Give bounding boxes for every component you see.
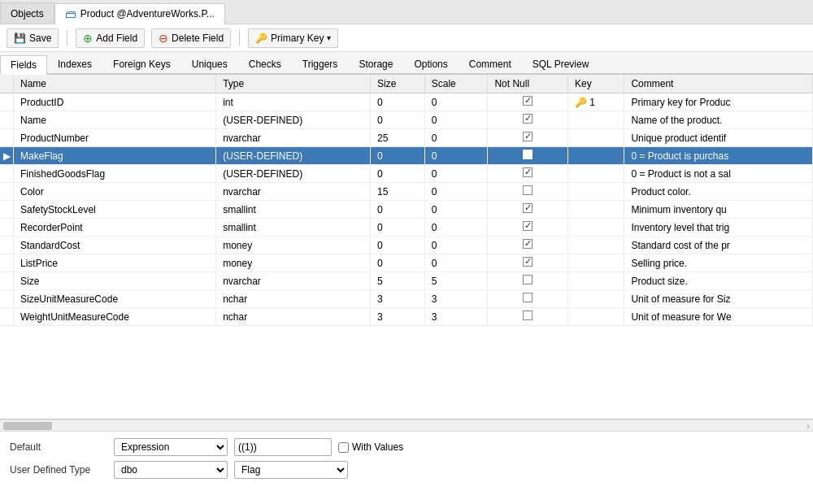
add-field-button[interactable]: ⊕ Add Field: [76, 28, 145, 48]
table-row[interactable]: ProductNumbernvarchar250Unique product i…: [0, 129, 813, 147]
field-not-null[interactable]: [488, 237, 568, 254]
col-comment[interactable]: Comment: [624, 75, 813, 93]
udt-name-select[interactable]: Flag: [234, 461, 348, 479]
field-name[interactable]: SizeUnitMeasureCode: [14, 290, 216, 308]
field-name[interactable]: Name: [14, 111, 216, 129]
with-values-checkbox[interactable]: [338, 442, 349, 453]
field-key: [567, 254, 624, 272]
not-null-checkbox[interactable]: [523, 221, 533, 231]
delete-field-label: Delete Field: [172, 33, 224, 44]
not-null-checkbox[interactable]: [523, 275, 533, 285]
field-name[interactable]: WeightUnitMeasureCode: [14, 308, 216, 326]
not-null-checkbox[interactable]: [523, 311, 533, 320]
field-name[interactable]: FinishedGoodsFlag: [14, 165, 216, 183]
field-not-null[interactable]: [488, 111, 568, 129]
field-not-null[interactable]: [488, 308, 568, 326]
tab-foreign-keys[interactable]: Foreign Keys: [102, 54, 181, 73]
field-type: nchar: [216, 290, 371, 308]
col-name[interactable]: Name: [14, 75, 216, 93]
not-null-checkbox[interactable]: [523, 167, 533, 177]
field-not-null[interactable]: [488, 201, 568, 219]
field-name[interactable]: Color: [14, 183, 216, 201]
col-scale[interactable]: Scale: [424, 75, 488, 93]
field-not-null[interactable]: [488, 165, 568, 183]
field-not-null[interactable]: [488, 183, 568, 201]
field-size: 0: [371, 111, 425, 129]
udt-schema-wrapper[interactable]: dbo: [114, 461, 228, 479]
table-row[interactable]: ▶MakeFlag(USER-DEFINED)000 = Product is …: [0, 147, 813, 165]
field-name[interactable]: ProductID: [14, 93, 216, 111]
tab-uniques[interactable]: Uniques: [181, 54, 238, 73]
fields-table-container[interactable]: Name Type Size Scale Not Null Key Commen…: [0, 75, 813, 419]
col-type[interactable]: Type: [216, 75, 371, 93]
table-row[interactable]: StandardCostmoney00Standard cost of the …: [0, 237, 813, 254]
tab-comment[interactable]: Comment: [459, 54, 522, 73]
table-row[interactable]: SizeUnitMeasureCodenchar33Unit of measur…: [0, 290, 813, 308]
tab-objects[interactable]: Objects: [0, 2, 54, 24]
not-null-checkbox[interactable]: [523, 96, 533, 106]
default-type-wrapper[interactable]: Expression None Value: [114, 438, 228, 456]
table-row[interactable]: RecorderPointsmallint00Inventory level t…: [0, 219, 813, 237]
not-null-checkbox[interactable]: [523, 150, 533, 159]
tab-fields[interactable]: Fields: [0, 55, 47, 75]
field-not-null[interactable]: [488, 290, 568, 308]
tab-indexes[interactable]: Indexes: [47, 54, 102, 73]
field-name[interactable]: SafetyStockLevel: [14, 201, 216, 219]
col-not-null[interactable]: Not Null: [488, 75, 568, 93]
horizontal-scrollbar[interactable]: ›: [0, 419, 813, 431]
scrollbar-thumb[interactable]: [3, 422, 52, 430]
not-null-checkbox[interactable]: [523, 114, 533, 124]
field-comment: Standard cost of the pr: [624, 237, 813, 254]
not-null-checkbox[interactable]: [523, 132, 533, 141]
with-values-label[interactable]: With Values: [338, 441, 403, 453]
default-value-input[interactable]: [234, 438, 332, 456]
delete-field-button[interactable]: ⊖ Delete Field: [151, 28, 231, 48]
field-not-null[interactable]: [488, 129, 568, 147]
tab-storage[interactable]: Storage: [348, 54, 403, 73]
table-row[interactable]: FinishedGoodsFlag(USER-DEFINED)000 = Pro…: [0, 165, 813, 183]
save-button[interactable]: 💾 Save: [7, 28, 59, 48]
tab-triggers[interactable]: Triggers: [292, 54, 349, 73]
field-not-null[interactable]: [488, 93, 568, 111]
field-scale: 0: [424, 93, 488, 111]
table-row[interactable]: WeightUnitMeasureCodenchar33Unit of meas…: [0, 308, 813, 326]
udt-schema-select[interactable]: dbo: [114, 461, 228, 479]
table-icon: 🗃: [65, 7, 76, 20]
table-row[interactable]: Colornvarchar150Product color.: [0, 183, 813, 201]
field-name[interactable]: StandardCost: [14, 237, 216, 254]
tab-product[interactable]: 🗃 Product @AdventureWorks.P...: [54, 3, 225, 24]
primary-key-button[interactable]: 🔑 Primary Key ▾: [248, 28, 338, 48]
not-null-checkbox[interactable]: [523, 293, 533, 302]
field-type: nvarchar: [216, 272, 371, 290]
table-row[interactable]: ListPricemoney00Selling price.: [0, 254, 813, 272]
col-size[interactable]: Size: [371, 75, 425, 93]
field-name[interactable]: ListPrice: [14, 254, 216, 272]
field-not-null[interactable]: [488, 254, 568, 272]
field-name[interactable]: MakeFlag: [14, 147, 216, 165]
field-name[interactable]: RecorderPoint: [14, 219, 216, 237]
field-not-null[interactable]: [488, 219, 568, 237]
key-value: 1: [589, 97, 595, 108]
not-null-checkbox[interactable]: [523, 203, 533, 213]
row-indicator: [0, 129, 14, 147]
udt-name-wrapper[interactable]: Flag: [234, 461, 348, 479]
table-row[interactable]: Name(USER-DEFINED)00Name of the product.: [0, 111, 813, 129]
table-row[interactable]: SafetyStockLevelsmallint00Minimum invent…: [0, 201, 813, 219]
default-type-select[interactable]: Expression None Value: [114, 438, 228, 456]
key-icon: 🔑: [575, 97, 587, 108]
table-row[interactable]: Sizenvarchar55Product size.: [0, 272, 813, 290]
tab-checks[interactable]: Checks: [238, 54, 292, 73]
field-not-null[interactable]: [488, 272, 568, 290]
table-row[interactable]: ProductIDint00🔑 1Primary key for Produc: [0, 93, 813, 111]
field-name[interactable]: Size: [14, 272, 216, 290]
field-comment: Inventory level that trig: [624, 219, 813, 237]
col-key[interactable]: Key: [567, 75, 624, 93]
table-body: ProductIDint00🔑 1Primary key for ProducN…: [0, 93, 813, 326]
not-null-checkbox[interactable]: [523, 185, 533, 195]
field-not-null[interactable]: [488, 147, 568, 165]
tab-options[interactable]: Options: [403, 54, 458, 73]
not-null-checkbox[interactable]: [523, 257, 533, 267]
not-null-checkbox[interactable]: [523, 239, 533, 249]
tab-sql-preview[interactable]: SQL Preview: [522, 54, 600, 73]
field-name[interactable]: ProductNumber: [14, 129, 216, 147]
